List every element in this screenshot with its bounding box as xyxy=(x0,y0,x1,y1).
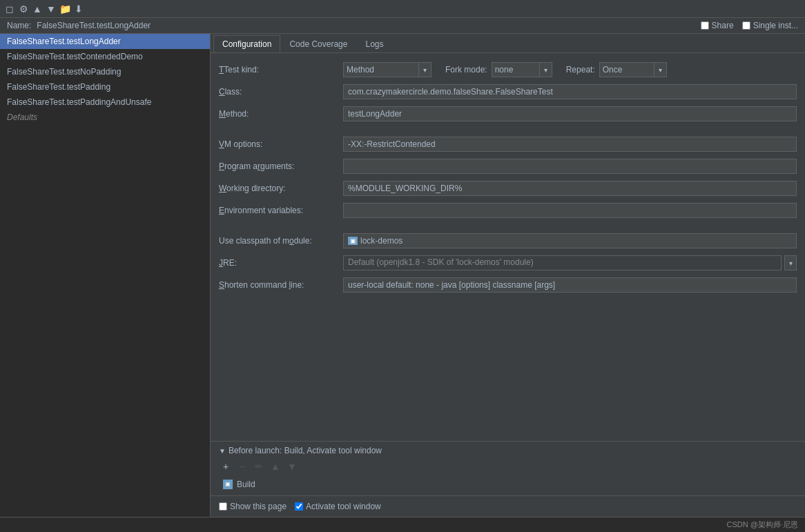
bl-remove-btn[interactable]: − xyxy=(235,460,249,473)
vm-options-input[interactable] xyxy=(343,137,797,152)
bl-up-btn[interactable]: ▲ xyxy=(269,460,282,473)
toolbar-icon-folder[interactable]: 📁 xyxy=(59,3,70,14)
single-inst-checkbox-wrap: Single inst... xyxy=(742,21,798,30)
sidebar-item-0[interactable]: FalseShareTest.testLongAdder xyxy=(0,34,210,49)
sidebar-item-4[interactable]: FalseShareTest.testPaddingAndUnsafe xyxy=(0,95,210,110)
working-dir-label: Working directory: xyxy=(219,184,343,193)
name-value: FalseShareTest.testLongAdder xyxy=(37,21,695,30)
classpath-control: ▣ lock-demos xyxy=(343,233,797,248)
bl-edit-btn[interactable]: ✏ xyxy=(252,460,266,473)
config-form: TTest kind: Method ▾ Fork mode: none xyxy=(211,53,805,441)
tab-logs[interactable]: Logs xyxy=(356,35,392,52)
footer-text: CSDN @架构师·尼恩 xyxy=(727,520,798,529)
shorten-cmd-input[interactable] xyxy=(343,277,797,293)
sidebar-section-defaults: Defaults xyxy=(0,110,210,125)
test-kind-select-wrap: Method ▾ xyxy=(343,62,431,77)
vm-options-control xyxy=(343,137,797,152)
toolbar-icon-import[interactable]: ⬇ xyxy=(73,3,84,14)
main-area: FalseShareTest.testLongAdder FalseShareT… xyxy=(0,34,805,517)
env-vars-control xyxy=(343,203,797,218)
module-text: lock-demos xyxy=(360,236,402,246)
toolbar-icon-1[interactable]: ◻ xyxy=(4,3,15,14)
env-vars-label: Environment variables: xyxy=(219,206,343,215)
fork-mode-select[interactable]: none xyxy=(492,62,540,77)
form-row-env-vars: Environment variables: xyxy=(211,199,805,221)
classpath-label: Use classpath of module: xyxy=(219,236,343,246)
share-label: Share xyxy=(712,21,734,30)
share-checkbox[interactable] xyxy=(701,21,709,30)
test-kind-dropdown-btn[interactable]: ▾ xyxy=(419,62,431,77)
program-args-control xyxy=(343,159,797,174)
tab-configuration[interactable]: Configuration xyxy=(213,35,280,52)
sidebar-item-2[interactable]: FalseShareTest.testNoPadding xyxy=(0,64,210,79)
program-args-label: Program arguments: xyxy=(219,161,343,171)
divider-2 xyxy=(211,221,805,230)
bl-add-btn[interactable]: + xyxy=(219,460,233,473)
triangle-icon: ▼ xyxy=(219,447,226,455)
single-inst-checkbox[interactable] xyxy=(742,21,750,30)
name-bar-right: Share Single inst... xyxy=(701,21,798,30)
toolbar: ◻ ⚙ ▲ ▼ 📁 ⬇ xyxy=(0,0,805,18)
jre-label: JRE: xyxy=(219,258,343,268)
jre-control: Default (openjdk1.8 - SDK of 'lock-demos… xyxy=(343,255,797,270)
method-label: Method: xyxy=(219,109,343,119)
repeat-select-wrap: Once ▾ xyxy=(599,62,667,77)
class-label: Class: xyxy=(219,87,343,97)
share-checkbox-wrap: Share xyxy=(701,21,734,30)
test-kind-label: TTest kind: xyxy=(219,65,343,75)
toolbar-icon-2[interactable]: ⚙ xyxy=(18,3,29,14)
jre-field: Default (openjdk1.8 - SDK of 'lock-demos… xyxy=(343,255,782,270)
env-vars-input[interactable] xyxy=(343,203,797,218)
jre-dropdown-btn[interactable]: ▾ xyxy=(784,255,797,270)
fork-mode-dropdown-btn[interactable]: ▾ xyxy=(540,62,552,77)
form-row-vm-options: VM options: xyxy=(211,133,805,155)
shorten-cmd-control xyxy=(343,277,797,293)
sidebar-item-3[interactable]: FalseShareTest.testPadding xyxy=(0,79,210,95)
class-input[interactable] xyxy=(343,84,797,99)
vm-options-label: VM options: xyxy=(219,139,343,149)
build-icon: ▣ xyxy=(223,480,233,489)
shorten-cmd-label: Shorten command line: xyxy=(219,280,343,290)
test-kind-select[interactable]: Method xyxy=(343,62,419,77)
test-kind-control: Method ▾ Fork mode: none ▾ Repeat: xyxy=(343,62,667,77)
method-control xyxy=(343,106,797,121)
method-input[interactable] xyxy=(343,106,797,121)
right-panel: Configuration Code Coverage Logs TTest k… xyxy=(211,34,805,517)
tab-code-coverage[interactable]: Code Coverage xyxy=(280,35,356,52)
activate-window-label[interactable]: Activate tool window xyxy=(295,502,381,511)
single-inst-label: Single inst... xyxy=(753,21,798,30)
before-launch-toolbar: + − ✏ ▲ ▼ xyxy=(219,460,797,473)
build-item-label: Build xyxy=(237,480,255,489)
form-row-method: Method: xyxy=(211,103,805,125)
working-dir-input[interactable] xyxy=(343,181,797,196)
repeat-label: Repeat: xyxy=(566,65,595,75)
sidebar: FalseShareTest.testLongAdder FalseShareT… xyxy=(0,34,211,517)
form-row-test-kind: TTest kind: Method ▾ Fork mode: none xyxy=(211,59,805,81)
form-row-shorten-cmd: Shorten command line: xyxy=(211,274,805,296)
toolbar-icon-down[interactable]: ▼ xyxy=(46,3,57,14)
divider-1 xyxy=(211,125,805,133)
build-list-item: ▣ Build xyxy=(219,477,797,491)
fork-mode-select-wrap: none ▾ xyxy=(492,62,552,77)
module-field[interactable]: ▣ lock-demos xyxy=(343,233,797,248)
show-page-checkbox[interactable] xyxy=(219,502,227,511)
name-bar: Name: FalseShareTest.testLongAdder Share… xyxy=(0,18,805,34)
module-icon: ▣ xyxy=(348,237,358,245)
before-launch-header: ▼ Before launch: Build, Activate tool wi… xyxy=(219,446,797,455)
activate-window-checkbox[interactable] xyxy=(295,502,303,511)
form-row-jre: JRE: Default (openjdk1.8 - SDK of 'lock-… xyxy=(211,252,805,274)
program-args-input[interactable] xyxy=(343,159,797,174)
repeat-select[interactable]: Once xyxy=(599,62,654,77)
working-dir-control xyxy=(343,181,797,196)
sidebar-item-1[interactable]: FalseShareTest.testContendedDemo xyxy=(0,49,210,64)
toolbar-icon-up[interactable]: ▲ xyxy=(32,3,43,14)
form-row-program-args: Program arguments: xyxy=(211,155,805,177)
form-row-classpath: Use classpath of module: ▣ lock-demos xyxy=(211,230,805,252)
bl-down-btn[interactable]: ▼ xyxy=(285,460,299,473)
bottom-bar: Show this page Activate tool window xyxy=(211,495,805,517)
repeat-dropdown-btn[interactable]: ▾ xyxy=(654,62,667,77)
tabs-bar: Configuration Code Coverage Logs xyxy=(211,34,805,53)
show-page-label[interactable]: Show this page xyxy=(219,502,287,511)
before-launch-label: Before launch: Build, Activate tool wind… xyxy=(229,446,382,455)
form-row-class: Class: xyxy=(211,81,805,103)
